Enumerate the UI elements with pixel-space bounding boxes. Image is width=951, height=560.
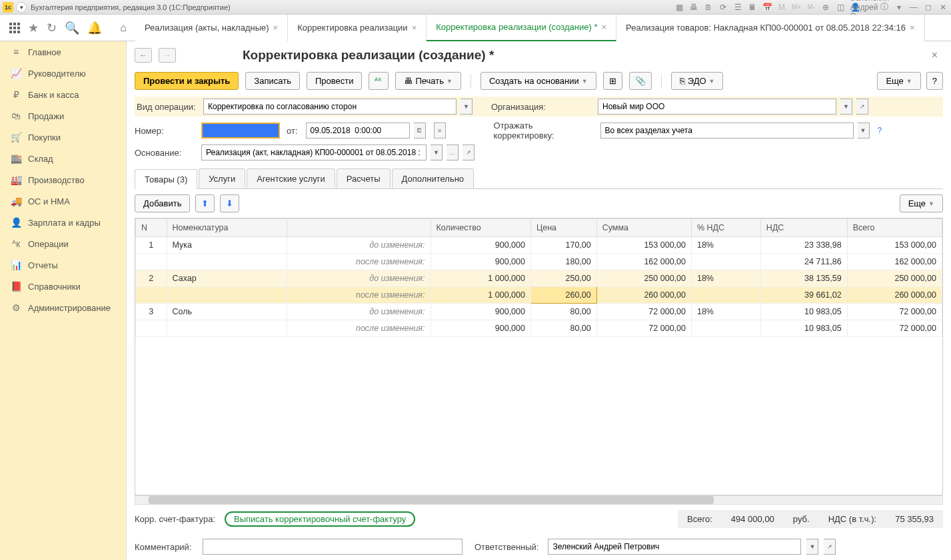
row-name[interactable]: Соль xyxy=(167,304,287,320)
org-open-button[interactable]: ↗ xyxy=(856,99,868,115)
grid-more-button[interactable]: Еще ▼ xyxy=(900,194,943,212)
refresh-icon[interactable]: ⟳ xyxy=(718,2,728,13)
subtab[interactable]: Агентские услуги xyxy=(247,168,335,188)
h-scrollbar[interactable] xyxy=(135,495,943,505)
sidebar-item[interactable]: 🛒Покупки xyxy=(0,127,126,148)
add-button[interactable]: Добавить xyxy=(135,194,190,212)
calc-icon[interactable]: 🖩 xyxy=(747,2,758,13)
post-and-close-button[interactable]: Провести и закрыть xyxy=(135,72,239,90)
col-header[interactable]: N xyxy=(136,219,167,237)
basis-dropdown[interactable]: ▼ xyxy=(431,144,443,160)
sidebar-item[interactable]: 🛍Продажи xyxy=(0,105,126,127)
col-header[interactable]: % НДС xyxy=(691,219,760,237)
op-type-dropdown[interactable]: ▼ xyxy=(461,99,473,115)
bell-icon[interactable]: 🔔 xyxy=(87,21,102,35)
grid-icon[interactable]: ▦ xyxy=(674,2,684,13)
sidebar-item[interactable]: 🏭Производство xyxy=(0,169,126,190)
row-name[interactable]: Мука xyxy=(167,237,287,254)
write-button[interactable]: Записать xyxy=(245,72,300,90)
close-icon[interactable]: × xyxy=(273,23,279,33)
resp-dropdown[interactable]: ▼ xyxy=(806,539,818,555)
help-link[interactable]: ? xyxy=(878,126,882,135)
basis-field[interactable] xyxy=(201,144,427,160)
info-icon[interactable]: ⓘ xyxy=(879,2,890,13)
sidebar-item[interactable]: ⚙Администрирование xyxy=(0,297,126,318)
sidebar-item[interactable]: ≡Главное xyxy=(0,41,126,63)
resp-open-button[interactable]: ↗ xyxy=(824,539,836,555)
create-invoice-link[interactable]: Выписать корректировочный счет-фактуру xyxy=(225,511,415,527)
close-icon[interactable]: × xyxy=(412,23,417,33)
col-header[interactable]: Сумма xyxy=(596,219,691,237)
back-button[interactable]: ← xyxy=(135,48,152,63)
org-dropdown[interactable]: ▼ xyxy=(840,99,852,115)
sidebar-item[interactable]: 👤Зарплата и кадры xyxy=(0,212,126,233)
col-header[interactable]: НДС xyxy=(760,219,847,237)
minimize-icon[interactable]: — xyxy=(908,2,919,13)
m-plus-icon[interactable]: M+ xyxy=(791,2,802,13)
move-up-button[interactable]: ⬆ xyxy=(195,194,215,212)
m-icon[interactable]: M xyxy=(776,2,787,13)
comment-field[interactable] xyxy=(203,539,463,555)
print-icon[interactable]: 🖶 xyxy=(688,2,699,13)
price-cell[interactable]: 80,00 xyxy=(530,320,596,337)
move-down-button[interactable]: ⬇ xyxy=(220,194,239,212)
history-icon[interactable]: ↻ xyxy=(47,21,57,35)
search-icon[interactable]: 🔍 xyxy=(65,21,79,35)
org-field[interactable] xyxy=(598,99,836,115)
tab-correction-new[interactable]: Корректировка реализации (создание) *× xyxy=(427,15,616,41)
edo-button[interactable]: ⎘ ЭДО ▼ xyxy=(671,72,724,90)
create-based-button[interactable]: Создать на основании ▼ xyxy=(480,72,596,90)
date-field[interactable] xyxy=(306,123,410,139)
dt-kt-button[interactable]: ᴬᵏ xyxy=(369,72,389,90)
op-type-field[interactable] xyxy=(203,99,457,115)
price-cell[interactable]: 260,00 xyxy=(530,287,596,304)
post-button[interactable]: Провести xyxy=(307,72,363,90)
basis-open-button[interactable]: ↗ xyxy=(463,144,475,160)
sidebar-item[interactable]: ᴬкОперации xyxy=(0,233,126,254)
sidebar-item[interactable]: 🚚ОС и НМА xyxy=(0,190,126,212)
list-icon[interactable]: ☰ xyxy=(732,2,743,13)
close-page-button[interactable]: × xyxy=(926,49,943,61)
date-picker-button[interactable]: 🗓 xyxy=(414,123,426,139)
goods-table[interactable]: NНоменклатураКоличествоЦенаСумма% НДСНДС… xyxy=(135,218,943,495)
doc-icon[interactable]: 🗎 xyxy=(703,2,714,13)
number-field[interactable] xyxy=(201,123,280,139)
subtab[interactable]: Услуги xyxy=(199,168,245,188)
star-icon[interactable]: ★ xyxy=(28,21,39,35)
price-cell[interactable]: 180,00 xyxy=(530,254,596,270)
col-header[interactable] xyxy=(287,219,431,237)
calendar-icon[interactable]: 📅 xyxy=(762,2,772,13)
maximize-icon[interactable]: ◻ xyxy=(923,2,934,13)
subtab[interactable]: Товары (3) xyxy=(135,169,197,189)
responsible-field[interactable] xyxy=(548,539,801,555)
window-icon[interactable]: ◫ xyxy=(835,2,846,13)
forward-button[interactable]: → xyxy=(159,48,176,63)
zoom-icon[interactable]: ⊕ xyxy=(820,2,831,13)
tab-realization[interactable]: Реализация (акты, накладные)× xyxy=(135,15,288,41)
app-menu-drop[interactable]: ▾ xyxy=(16,2,27,13)
reflect-dropdown[interactable]: ▼ xyxy=(858,123,870,139)
apps-icon[interactable] xyxy=(9,23,20,33)
print-form-button[interactable]: ≡ xyxy=(434,123,446,139)
close-icon[interactable]: × xyxy=(910,23,915,33)
attach-button[interactable]: 📎 xyxy=(629,72,652,90)
col-header[interactable]: Количество xyxy=(431,219,530,237)
col-header[interactable]: Номенклатура xyxy=(167,219,287,237)
dropdown-icon[interactable]: ▾ xyxy=(894,2,904,13)
tab-correction[interactable]: Корректировка реализации× xyxy=(288,15,427,41)
more-button[interactable]: Еще ▼ xyxy=(877,72,920,90)
m-minus-icon[interactable]: M- xyxy=(806,2,816,13)
tab-invoice[interactable]: Реализация товаров: Накладная КП00-00000… xyxy=(616,15,925,41)
sidebar-item[interactable]: 🏬Склад xyxy=(0,148,126,169)
home-button[interactable]: ⌂ xyxy=(114,19,133,37)
close-icon[interactable]: × xyxy=(601,22,606,32)
basis-more-button[interactable]: … xyxy=(447,144,459,160)
subtab[interactable]: Дополнительно xyxy=(392,168,475,188)
sidebar-item[interactable]: 📕Справочники xyxy=(0,276,126,297)
sidebar-item[interactable]: 📊Отчеты xyxy=(0,254,126,276)
col-header[interactable]: Всего xyxy=(847,219,942,237)
sidebar-item[interactable]: ₽Банк и касса xyxy=(0,84,126,105)
help-button[interactable]: ? xyxy=(926,72,943,90)
close-icon[interactable]: ✕ xyxy=(938,2,948,13)
row-name[interactable]: Сахар xyxy=(167,270,287,287)
